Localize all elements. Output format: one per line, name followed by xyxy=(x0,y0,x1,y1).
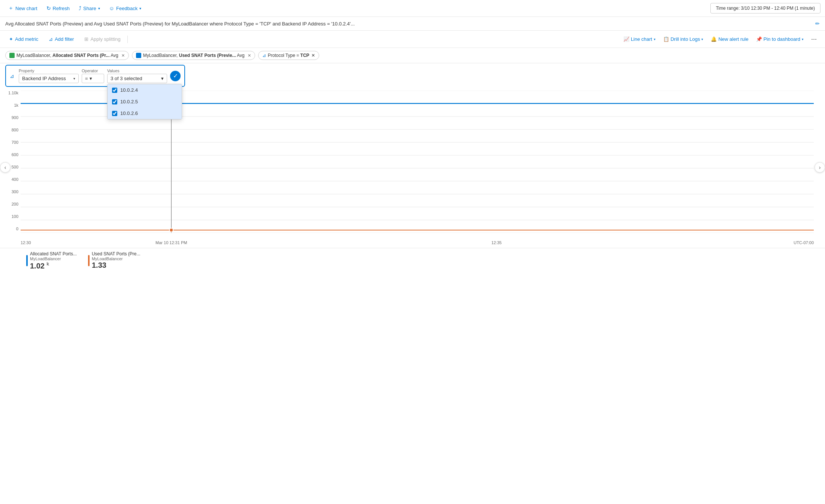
y-label-10: 200 xyxy=(12,202,18,206)
filter-pill-close[interactable]: ✕ xyxy=(311,53,315,58)
pin-icon: 📌 xyxy=(756,36,762,42)
feedback-chevron-icon: ▾ xyxy=(139,6,141,10)
title-bar: Avg Allocated SNAT Ports (Preview) and A… xyxy=(0,17,825,31)
legend-area: Allocated SNAT Ports... MyLoadBalancer 1… xyxy=(0,248,825,273)
y-label-5: 700 xyxy=(12,140,18,145)
values-select[interactable]: 3 of 3 selected ▾ xyxy=(107,74,167,83)
alert-icon: 🔔 xyxy=(711,36,717,42)
filter-pill-text: Protocol Type = TCP xyxy=(268,53,309,58)
y-label-8: 400 xyxy=(12,177,18,182)
metric-pill-2-close[interactable]: ✕ xyxy=(248,53,251,58)
filter-area: MyLoadBalancer, Allocated SNAT Ports (Pr… xyxy=(0,48,825,63)
property-label: Property xyxy=(19,69,79,73)
right-tools: 📈 Line chart ▾ 📋 Drill into Logs ▾ 🔔 New… xyxy=(620,34,820,45)
legend-name-1: Allocated SNAT Ports... xyxy=(30,251,77,256)
y-label-2: 1k xyxy=(14,103,18,107)
checkbox-2[interactable] xyxy=(112,99,117,104)
checkbox-3[interactable] xyxy=(112,111,117,116)
property-group: Property Backend IP Address ▾ xyxy=(19,69,79,83)
property-value: Backend IP Address xyxy=(22,76,66,81)
toolbar-separator xyxy=(127,36,128,43)
more-options-button[interactable]: ··· xyxy=(808,34,820,45)
operator-group: Operator = ▾ xyxy=(82,69,104,83)
line-chart-button[interactable]: 📈 Line chart ▾ xyxy=(620,35,659,43)
top-toolbar: ＋ New chart ↻ Refresh ⤴ Share ▾ ☺ Feedba… xyxy=(0,0,825,17)
filter-panel: ⊿ Property Backend IP Address ▾ Operator… xyxy=(5,65,185,87)
dropdown-item-1[interactable]: 10.0.2.4 xyxy=(108,84,182,96)
legend-color-1 xyxy=(26,255,28,266)
metrics-toolbar: ✦ Add metric ⊿ Add filter ⊞ Apply splitt… xyxy=(0,31,825,48)
filter-panel-icon: ⊿ xyxy=(10,73,14,79)
legend-color-2 xyxy=(88,255,90,266)
plus-icon: ＋ xyxy=(8,5,13,12)
metric-pill-1-label: MyLoadBalancer, Allocated SNAT Ports (Pr… xyxy=(16,53,118,58)
pin-to-dashboard-button[interactable]: 📌 Pin to dashboard ▾ xyxy=(753,35,807,43)
add-metric-icon: ✦ xyxy=(9,36,13,42)
y-label-1: 1.10k xyxy=(8,91,18,95)
time-range-button[interactable]: Time range: 3/10 12:30 PM - 12:40 PM (1 … xyxy=(710,3,821,13)
legend-item-2: Used SNAT Ports (Pre... MyLoadBalancer 1… xyxy=(88,251,140,270)
drill-icon: 📋 xyxy=(663,36,669,42)
metric-pill-1-close[interactable]: ✕ xyxy=(121,53,125,58)
add-filter-button[interactable]: ⊿ Add filter xyxy=(45,35,78,43)
dropdown-item-2[interactable]: 10.0.2.5 xyxy=(108,96,182,107)
edit-icon[interactable]: ✏ xyxy=(815,21,820,27)
refresh-button[interactable]: ↻ Refresh xyxy=(43,3,74,13)
y-label-6: 600 xyxy=(12,152,18,157)
operator-chevron-icon: ▾ xyxy=(90,76,92,81)
operator-label: Operator xyxy=(82,69,104,73)
pin-chevron-icon: ▾ xyxy=(802,37,804,41)
gem-icon-1 xyxy=(9,53,15,58)
drill-chevron-icon: ▾ xyxy=(701,37,703,41)
split-icon: ⊞ xyxy=(84,36,88,42)
values-label: Values xyxy=(107,69,167,73)
operator-select[interactable]: = ▾ xyxy=(82,74,104,83)
metric-pill-2[interactable]: MyLoadBalancer, Used SNAT Ports (Previe.… xyxy=(132,51,255,60)
x-label-start: 12:30 xyxy=(21,240,31,245)
legend-sub-2: MyLoadBalancer xyxy=(92,256,140,261)
legend-item-1: Allocated SNAT Ports... MyLoadBalancer 1… xyxy=(26,251,77,270)
x-axis: 12:30 Mar 10 12:31 PM 12:35 UTC-07:00 xyxy=(21,240,814,245)
x-label-utc: UTC-07:00 xyxy=(794,240,814,245)
x-label-mid1: Mar 10 12:31 PM xyxy=(155,240,187,245)
legend-name-2: Used SNAT Ports (Pre... xyxy=(92,251,140,256)
y-label-12: 0 xyxy=(16,227,18,231)
apply-splitting-button[interactable]: ⊞ Apply splitting xyxy=(81,35,124,43)
property-select[interactable]: Backend IP Address ▾ xyxy=(19,74,79,83)
refresh-icon: ↻ xyxy=(46,5,51,11)
next-arrow[interactable]: › xyxy=(815,162,825,173)
values-dropdown: 10.0.2.4 10.0.2.5 10.0.2.6 xyxy=(107,84,182,119)
values-group: Values 3 of 3 selected ▾ 10.0.2.4 10.0.2… xyxy=(107,69,167,83)
orange-dot xyxy=(169,228,173,232)
dropdown-item-3[interactable]: 10.0.2.6 xyxy=(108,107,182,119)
new-chart-button[interactable]: ＋ New chart xyxy=(4,3,41,13)
dropdown-item-1-label: 10.0.2.4 xyxy=(120,87,138,93)
line-chart-icon: 📈 xyxy=(623,36,629,42)
feedback-icon: ☺ xyxy=(109,5,114,11)
feedback-button[interactable]: ☺ Feedback ▾ xyxy=(105,3,145,13)
confirm-filter-button[interactable]: ✓ xyxy=(170,71,181,81)
filter-panel-wrapper: ⊿ Property Backend IP Address ▾ Operator… xyxy=(0,63,825,87)
metric-pill-1[interactable]: MyLoadBalancer, Allocated SNAT Ports (Pr… xyxy=(5,51,129,60)
values-chevron-icon: ▾ xyxy=(161,76,164,81)
checkbox-1[interactable] xyxy=(112,88,117,93)
y-label-7: 500 xyxy=(12,165,18,169)
legend-sub-1: MyLoadBalancer xyxy=(30,256,77,261)
y-axis: 1.10k 1k 900 800 700 600 500 400 300 200… xyxy=(0,87,21,233)
share-button[interactable]: ⤴ Share ▾ xyxy=(75,3,104,13)
add-metric-button[interactable]: ✦ Add metric xyxy=(5,35,42,43)
gem-icon-2 xyxy=(136,53,141,58)
legend-value-2: 1.33 xyxy=(92,261,140,270)
line-chart-chevron-icon: ▾ xyxy=(654,37,656,41)
drill-into-logs-button[interactable]: 📋 Drill into Logs ▾ xyxy=(660,35,707,43)
dropdown-item-3-label: 10.0.2.6 xyxy=(120,110,138,116)
add-filter-icon: ⊿ xyxy=(49,36,53,42)
property-chevron-icon: ▾ xyxy=(73,77,75,81)
operator-value: = xyxy=(85,76,88,81)
new-alert-rule-button[interactable]: 🔔 New alert rule xyxy=(708,35,751,43)
y-label-11: 100 xyxy=(12,214,18,219)
page-title: Avg Allocated SNAT Ports (Preview) and A… xyxy=(5,21,812,27)
y-label-4: 800 xyxy=(12,128,18,132)
filter-pill-protocol[interactable]: ⊿ Protocol Type = TCP ✕ xyxy=(258,51,319,60)
legend-value-1: 1.02 k xyxy=(30,261,77,270)
